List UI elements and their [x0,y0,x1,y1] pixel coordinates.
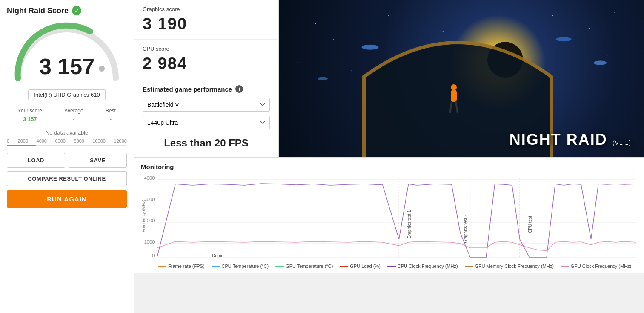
svg-point-3 [443,31,444,32]
your-score-col: Your score 3 157 [18,108,42,123]
svg-point-9 [607,55,608,55]
average-score-col: Average - [64,108,83,123]
more-options-icon[interactable]: ⋮ [629,162,637,171]
your-score-label: Your score [18,108,42,114]
legend-frame-rate-label: Frame rate (FPS) [168,264,205,269]
legend-cpu-temp: CPU Temperature (°C) [212,264,269,269]
gpu-label-container: Intel(R) UHD Graphics 610 [0,87,134,103]
svg-text:Graphics test 1: Graphics test 1 [407,210,412,239]
load-button[interactable]: LOAD [7,153,65,168]
svg-text:0: 0 [152,253,155,258]
svg-point-12 [362,45,379,50]
cpu-score-label: CPU score [143,46,269,52]
compare-button[interactable]: COMPARE RESULT ONLINE [7,171,127,186]
svg-rect-16 [451,89,457,102]
legend-gpu-mem-clock-label: GPU Memory Clock Frequency (MHz) [475,264,554,269]
average-value: - [73,116,74,122]
svg-point-5 [589,28,590,29]
gpu-label: Intel(R) UHD Graphics 610 [28,89,105,100]
svg-text:Demo: Demo [212,253,223,258]
game-select[interactable]: Battlefield V Cyberpunk 2077 Forza Horiz… [143,98,270,112]
svg-point-4 [552,15,553,16]
left-panel: Night Raid Score ✓ 3 157 Intel(R) UHD Gr… [0,0,134,313]
graphics-score-box: Graphics score 3 190 [134,0,278,40]
svg-text:4000: 4000 [144,175,155,181]
right-top: Graphics score 3 190 CPU score 2 984 Est… [134,0,644,158]
legend-gpu-load-color [340,266,348,267]
your-score-value: 3 157 [23,116,37,122]
save-button[interactable]: SAVE [69,153,127,168]
legend-gpu-clock-label: GPU Clock Frequency (MHz) [571,264,631,269]
svg-point-15 [318,77,328,80]
legend-cpu-temp-label: CPU Temperature (°C) [222,264,269,269]
graphics-score-value: 3 190 [143,15,269,33]
legend-gpu-clock-color [561,266,569,267]
gauge-container: 3 157 [0,19,134,87]
monitoring-chart: 4000 3000 2000 1000 0 Frequency (MHz) [141,173,637,258]
legend-frame-rate: Frame rate (FPS) [158,264,205,269]
legend-cpu-temp-color [212,266,220,267]
legend-gpu-temp-label: GPU Temperature (°C) [286,264,333,269]
legend-gpu-mem-clock-color [465,266,473,267]
night-raid-header: Night Raid Score ✓ [0,0,134,19]
svg-text:Frequency (MHz): Frequency (MHz) [141,199,146,232]
info-icon[interactable]: i [235,85,243,93]
axis-ticks: 0 2000 4000 6000 8000 10000 12000 [0,138,134,144]
gauge-dot [99,66,105,72]
game-perf-header: Estimated game performance i [143,85,270,93]
legend-gpu-temp-color [275,266,284,267]
fps-result: Less than 20 FPS [143,134,270,149]
hero-background: NIGHT RAID (V1.1) [279,0,644,157]
svg-point-17 [451,84,457,90]
page-title: Night Raid Score [7,6,69,15]
legend-cpu-clock: CPU Clock Frequency (MHz) [387,264,458,269]
legend-frame-rate-color [158,266,166,267]
monitoring-section: Monitoring ⋮ 4000 3000 2000 1000 0 Frequ… [134,158,644,273]
average-label: Average [64,108,83,114]
svg-point-7 [297,63,298,63]
svg-point-2 [388,15,389,16]
legend-gpu-load-label: GPU Load (%) [350,264,381,269]
hero-image: NIGHT RAID (V1.1) [279,0,644,157]
hero-title-text: NIGHT RAID [509,131,607,148]
legend-gpu-load: GPU Load (%) [340,264,381,269]
gauge-score: 3 157 [39,54,94,79]
cpu-score-value: 2 984 [143,55,269,73]
svg-point-8 [351,70,352,72]
svg-point-6 [614,12,615,13]
run-again-button[interactable]: RUN AGAIN [7,190,127,208]
svg-text:Graphics test 2: Graphics test 2 [463,214,467,243]
game-dropdown-row: Battlefield V Cyberpunk 2077 Forza Horiz… [143,98,270,112]
resolution-dropdown-row: 1440p Ultra 1080p Ultra 1440p High 1080p… [143,116,270,129]
game-perf-section: Estimated game performance i Battlefield… [134,79,278,157]
svg-text:CPU test: CPU test [528,216,532,233]
svg-point-0 [315,23,316,24]
best-score-col: Best - [106,108,116,123]
score-comparison: Your score 3 157 Average - Best - [0,103,134,126]
svg-point-14 [594,61,607,65]
svg-text:1000: 1000 [144,239,155,244]
no-data-text: No data available [0,126,134,138]
right-panel: Graphics score 3 190 CPU score 2 984 Est… [134,0,644,313]
load-save-row: LOAD SAVE [0,149,134,171]
cpu-score-box: CPU score 2 984 [134,40,278,79]
svg-point-1 [333,39,334,40]
chart-svg: 4000 3000 2000 1000 0 Frequency (MHz) [141,173,637,258]
monitoring-title: Monitoring [141,163,174,170]
hero-title-label: NIGHT RAID (V1.1) [509,131,631,149]
legend-gpu-mem-clock: GPU Memory Clock Frequency (MHz) [465,264,554,269]
chart-legend: Frame rate (FPS) CPU Temperature (°C) GP… [141,261,637,270]
svg-point-13 [556,37,571,41]
graphics-score-label: Graphics score [143,6,269,12]
legend-gpu-temp: GPU Temperature (°C) [275,264,333,269]
legend-cpu-clock-color [387,266,396,267]
game-perf-title: Estimated game performance [143,86,232,93]
scores-column: Graphics score 3 190 CPU score 2 984 Est… [134,0,279,157]
legend-gpu-clock: GPU Clock Frequency (MHz) [561,264,631,269]
hero-version-text: (V1.1) [613,139,631,146]
resolution-select[interactable]: 1440p Ultra 1080p Ultra 1440p High 1080p… [143,116,270,129]
best-value: - [110,116,112,122]
monitoring-header: Monitoring ⋮ [141,162,637,171]
axis-line [7,145,127,146]
best-label: Best [106,108,116,114]
